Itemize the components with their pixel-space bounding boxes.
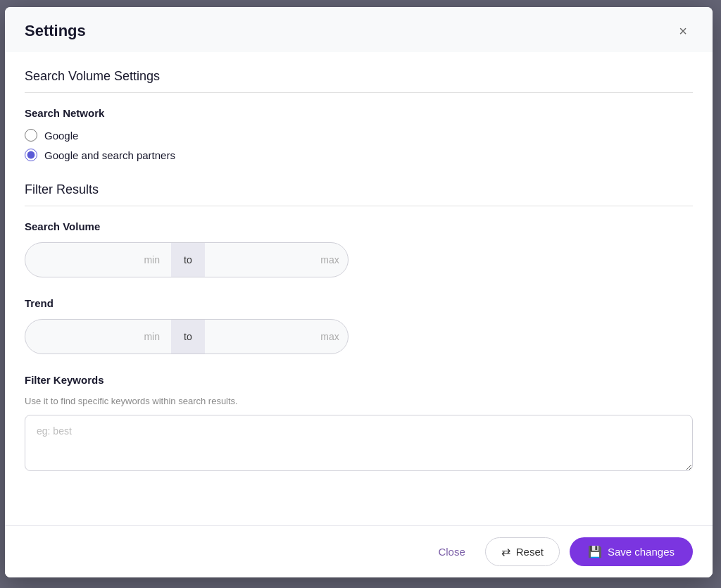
modal-wrapper: Settings × Search Volume Settings Search… bbox=[5, 7, 716, 581]
search-volume-range-row: to bbox=[25, 242, 349, 277]
section-divider-2 bbox=[25, 206, 693, 206]
modal-header: Settings × bbox=[5, 7, 713, 52]
radio-google-input[interactable] bbox=[25, 129, 37, 142]
reset-label: Reset bbox=[516, 546, 544, 558]
save-icon: 💾 bbox=[588, 545, 602, 558]
trend-label: Trend bbox=[25, 297, 693, 309]
search-volume-label: Search Volume bbox=[25, 220, 693, 232]
modal-footer: Close ⇄ Reset 💾 Save changes bbox=[5, 525, 713, 577]
reset-icon: ⇄ bbox=[501, 545, 510, 558]
search-volume-settings-section: Search Volume Settings bbox=[25, 69, 693, 93]
filter-keywords-textarea[interactable] bbox=[25, 415, 693, 471]
trend-separator: to bbox=[171, 320, 205, 354]
filter-results-section: Filter Results bbox=[25, 182, 693, 206]
radio-google-partners-input[interactable] bbox=[25, 149, 37, 161]
section-divider-1 bbox=[25, 92, 693, 93]
filter-results-title: Filter Results bbox=[25, 182, 693, 197]
radio-google-partners-label: Google and search partners bbox=[44, 149, 175, 161]
search-network-radio-group: Google Google and search partners bbox=[25, 129, 693, 161]
search-network-label: Search Network bbox=[25, 107, 693, 119]
trend-max-input[interactable] bbox=[205, 320, 349, 354]
filter-keywords-section: Filter Keywords Use it to find specific … bbox=[25, 374, 693, 474]
reset-button[interactable]: ⇄ Reset bbox=[485, 537, 560, 566]
modal-close-button[interactable]: × bbox=[673, 21, 693, 41]
search-volume-max-input[interactable] bbox=[205, 243, 349, 277]
modal-title: Settings bbox=[25, 22, 86, 40]
save-label: Save changes bbox=[608, 546, 675, 558]
close-button[interactable]: Close bbox=[428, 539, 475, 565]
search-network-section: Search Network Google Google and search … bbox=[25, 107, 693, 161]
search-volume-separator: to bbox=[171, 243, 205, 277]
trend-filter: Trend to bbox=[25, 297, 693, 354]
radio-google[interactable]: Google bbox=[25, 129, 693, 142]
search-volume-min-input[interactable] bbox=[25, 243, 171, 277]
filter-keywords-description: Use it to find specific keywords within … bbox=[25, 396, 693, 406]
radio-google-partners[interactable]: Google and search partners bbox=[25, 149, 693, 161]
trend-min-input[interactable] bbox=[25, 320, 171, 354]
save-button[interactable]: 💾 Save changes bbox=[570, 537, 693, 566]
modal-body: Search Volume Settings Search Network Go… bbox=[5, 52, 713, 525]
trend-range-row: to bbox=[25, 319, 349, 354]
filter-keywords-label: Filter Keywords bbox=[25, 374, 693, 386]
search-volume-filter: Search Volume to bbox=[25, 220, 693, 277]
radio-google-label: Google bbox=[44, 130, 78, 142]
settings-modal: Settings × Search Volume Settings Search… bbox=[5, 7, 713, 577]
search-volume-settings-title: Search Volume Settings bbox=[25, 69, 693, 84]
